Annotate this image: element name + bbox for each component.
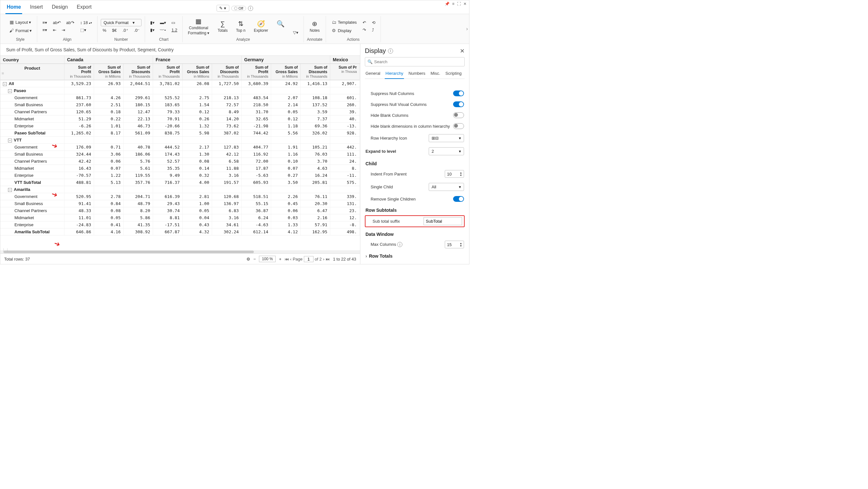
menu-icon[interactable]: ≡ <box>452 2 454 6</box>
cell[interactable]: 91.41 <box>64 200 94 207</box>
cell[interactable]: 174.43 <box>153 151 183 158</box>
cell[interactable]: -20.66 <box>153 123 183 130</box>
cell[interactable]: 9.49 <box>153 172 183 179</box>
cell[interactable]: 0.71 <box>94 144 124 151</box>
next-page-icon[interactable]: › <box>323 257 324 262</box>
cell[interactable] <box>301 137 330 144</box>
cell[interactable]: -17.51 <box>153 221 183 228</box>
cell[interactable]: 120.68 <box>212 193 242 200</box>
cell[interactable]: 30.74 <box>153 207 183 214</box>
cell[interactable]: 131. <box>330 200 360 207</box>
cell[interactable] <box>212 137 242 144</box>
row-group-header[interactable]: −Amarilla <box>0 186 64 193</box>
cell[interactable]: 46.73 <box>124 123 153 130</box>
cell[interactable]: 1,416.13 <box>301 80 330 87</box>
panel-tab-misc[interactable]: Misc. <box>430 70 441 79</box>
cell[interactable]: 0.43 <box>183 221 212 228</box>
cell[interactable]: 1.16 <box>271 151 301 158</box>
cell[interactable]: 2.51 <box>94 101 124 109</box>
cell[interactable] <box>242 186 271 193</box>
cell[interactable]: 218.13 <box>212 94 242 101</box>
cell[interactable] <box>330 137 360 144</box>
cell[interactable]: 6.24 <box>242 214 271 221</box>
input-max-columns[interactable]: 15▴▾ <box>445 241 464 248</box>
maximize-icon[interactable]: ⛶ <box>457 2 461 6</box>
cell[interactable] <box>301 186 330 193</box>
cell[interactable]: 1,727.50 <box>212 80 242 87</box>
cell[interactable]: 48.79 <box>124 200 153 207</box>
cell[interactable]: 24. <box>330 158 360 165</box>
cell[interactable]: 5.76 <box>124 158 153 165</box>
cell[interactable]: 4.16 <box>94 228 124 236</box>
align-center-icon[interactable]: ≡▾ <box>40 27 49 33</box>
cell[interactable]: 3,529.23 <box>64 80 94 87</box>
drag-handle-icon[interactable]: ⋮⋮ <box>2 248 9 252</box>
cell[interactable] <box>183 87 212 94</box>
cell[interactable]: 1.01 <box>94 123 124 130</box>
toggle-hide-blank-dims[interactable] <box>453 123 464 129</box>
cell[interactable]: 17.87 <box>242 165 271 172</box>
cell[interactable] <box>94 137 124 144</box>
cell[interactable]: 42.12 <box>212 151 242 158</box>
page-input[interactable] <box>304 256 313 262</box>
panel-tab-scripting[interactable]: Scripting <box>445 70 462 79</box>
cell[interactable]: 162.95 <box>301 228 330 236</box>
cell[interactable]: -21.98 <box>242 123 271 130</box>
cell[interactable]: 3.70 <box>301 158 330 165</box>
cell[interactable]: 119.55 <box>124 172 153 179</box>
cell[interactable]: 1.91 <box>271 144 301 151</box>
search-input[interactable] <box>365 57 465 66</box>
cell[interactable]: 0.27 <box>271 172 301 179</box>
cell[interactable] <box>271 186 301 193</box>
cell[interactable]: 3.59 <box>301 109 330 116</box>
cell[interactable]: 76.11 <box>301 193 330 200</box>
chart-blank-icon[interactable]: ▭ <box>169 19 177 26</box>
decrease-decimal-icon[interactable]: .0⁻ <box>132 27 142 34</box>
align-left-icon[interactable]: ≡▾ <box>40 19 49 26</box>
cell[interactable]: 76.03 <box>301 151 330 158</box>
cell[interactable]: 205.81 <box>301 179 330 186</box>
select-single-child[interactable]: All▾ <box>429 183 464 191</box>
input-indent[interactable]: 10▴▾ <box>445 170 464 178</box>
horizontal-scrollbar[interactable] <box>0 250 360 253</box>
totals-button[interactable]: ∑Totals <box>216 20 229 33</box>
cell[interactable]: -24.83 <box>64 221 94 228</box>
cell[interactable]: 8.49 <box>212 109 242 116</box>
cell[interactable]: 72.00 <box>242 158 271 165</box>
cell[interactable]: 73.62 <box>212 123 242 130</box>
cell[interactable]: 40.78 <box>124 144 153 151</box>
cell[interactable]: 3.16 <box>212 172 242 179</box>
cell[interactable]: 136.97 <box>212 200 242 207</box>
row-label[interactable]: −All <box>0 80 64 87</box>
cell[interactable] <box>242 137 271 144</box>
cell[interactable]: 0.06 <box>271 207 301 214</box>
redo-icon[interactable]: ↷ <box>361 27 368 33</box>
cell[interactable]: 444.52 <box>153 144 183 151</box>
info-icon[interactable]: i <box>397 242 402 247</box>
cell[interactable]: 0.07 <box>271 165 301 172</box>
data-table[interactable]: CountryCanadaFranceGermanyMexicoProductS… <box>0 56 360 250</box>
cell[interactable]: 22.13 <box>124 116 153 123</box>
ribbon-scroll-right-icon[interactable]: › <box>466 26 468 32</box>
cell[interactable]: 51.29 <box>64 116 94 123</box>
cell[interactable]: 928. <box>330 130 360 137</box>
select-expand-to-level[interactable]: 2▾ <box>429 147 464 155</box>
cell[interactable]: 8. <box>330 165 360 172</box>
cell[interactable]: -4.63 <box>242 221 271 228</box>
cell[interactable]: 0.22 <box>94 116 124 123</box>
cell[interactable]: 29.43 <box>153 200 183 207</box>
percent-icon[interactable]: % <box>101 27 108 34</box>
cell[interactable]: 442. <box>330 144 360 151</box>
cell[interactable]: 744.42 <box>242 130 271 137</box>
cell[interactable] <box>64 87 94 94</box>
cell[interactable]: 3.50 <box>271 179 301 186</box>
cell[interactable]: 108.18 <box>301 94 330 101</box>
cell[interactable] <box>212 186 242 193</box>
cell[interactable]: 34.61 <box>212 221 242 228</box>
layout-button[interactable]: ▦Layout▾ <box>7 18 34 26</box>
cell[interactable]: 575. <box>330 179 360 186</box>
cell[interactable]: 0.41 <box>94 221 124 228</box>
cell[interactable]: 0.84 <box>94 200 124 207</box>
cell[interactable]: 0.10 <box>271 158 301 165</box>
cell[interactable]: 48.33 <box>64 207 94 214</box>
